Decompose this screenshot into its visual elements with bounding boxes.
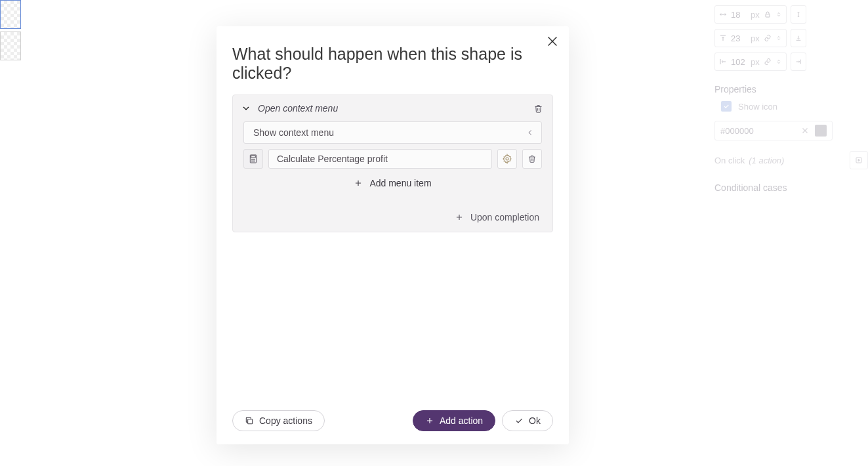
copy-icon [245, 416, 254, 425]
close-icon [545, 34, 560, 49]
action-body: Show context menu Calculate Percentage p… [233, 121, 552, 203]
trash-icon [533, 103, 543, 114]
close-button[interactable] [545, 34, 560, 49]
svg-point-4 [251, 159, 252, 159]
svg-point-8 [253, 161, 253, 161]
ok-button[interactable]: Ok [502, 410, 553, 431]
action-card-title: Open context menu [258, 103, 525, 114]
svg-point-9 [254, 161, 255, 161]
svg-point-10 [506, 158, 508, 160]
svg-rect-3 [251, 156, 256, 158]
add-menu-item-label: Add menu item [369, 178, 431, 188]
gear-icon [502, 154, 512, 164]
add-action-button[interactable]: Add action [413, 410, 495, 431]
svg-point-5 [253, 159, 253, 159]
upon-completion-button[interactable]: Upon completion [233, 203, 552, 232]
modal-footer: Copy actions Add action Ok [217, 410, 569, 444]
menu-item-row: Calculate Percentage profit [243, 149, 542, 169]
add-menu-item-button[interactable]: Add menu item [243, 169, 542, 194]
menu-item-text: Calculate Percentage profit [277, 154, 388, 164]
delete-action-button[interactable] [531, 102, 545, 115]
copy-actions-button[interactable]: Copy actions [232, 410, 325, 431]
trash-icon [527, 154, 537, 164]
action-card: Open context menu Show context menu Calc… [232, 95, 553, 232]
check-icon [514, 416, 524, 425]
collapse-toggle[interactable] [241, 103, 251, 114]
menu-item-icon-button[interactable] [243, 149, 263, 169]
plus-icon [354, 179, 363, 188]
modal-title: What should happen when this shape is cl… [217, 26, 569, 95]
calculator-icon [248, 153, 258, 165]
chevron-down-icon [241, 103, 251, 114]
svg-rect-11 [248, 419, 253, 424]
menu-item-settings-button[interactable] [497, 149, 517, 169]
upon-completion-label: Upon completion [470, 212, 539, 222]
onclick-actions-modal: What should happen when this shape is cl… [217, 26, 569, 444]
svg-point-6 [254, 159, 255, 159]
add-action-label: Add action [440, 415, 483, 426]
svg-point-7 [251, 161, 252, 161]
select-label: Show context menu [253, 127, 334, 138]
menu-item-text-input[interactable]: Calculate Percentage profit [268, 149, 492, 169]
menu-item-delete-button[interactable] [522, 149, 542, 169]
chevron-left-icon [526, 128, 535, 137]
plus-icon [425, 416, 434, 425]
action-type-select[interactable]: Show context menu [243, 121, 542, 144]
copy-actions-label: Copy actions [259, 415, 312, 426]
plus-icon [455, 213, 464, 222]
ok-label: Ok [529, 415, 541, 426]
action-card-header[interactable]: Open context menu [233, 95, 552, 121]
